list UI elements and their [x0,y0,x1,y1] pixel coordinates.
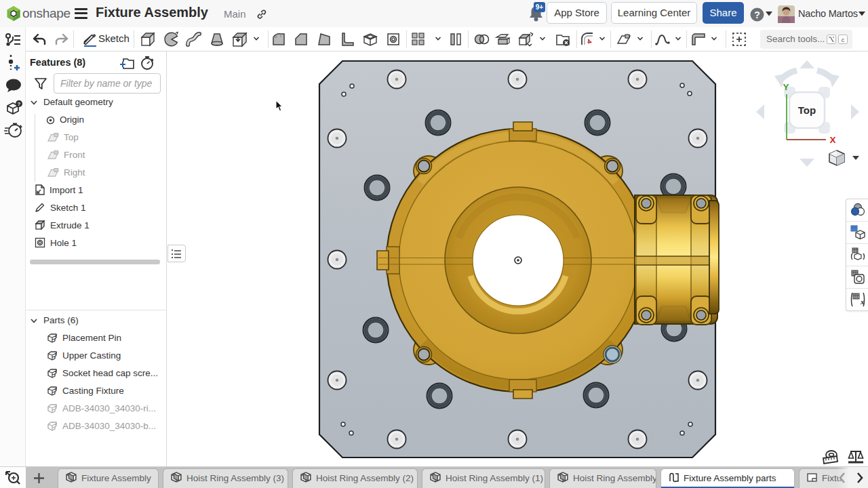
svg-text:?: ? [754,9,760,20]
svg-text:Y: Y [783,82,789,92]
svg-text:X: X [829,135,835,145]
svg-text:Top: Top [798,104,816,116]
svg-text:?: ? [18,101,21,107]
svg-text:c: c [842,37,845,43]
svg-text:x: x [860,298,865,306]
